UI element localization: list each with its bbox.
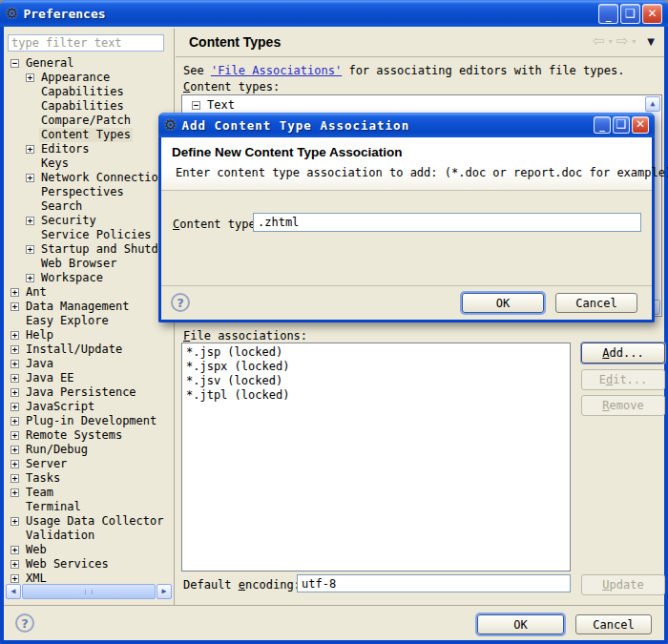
file-association-item[interactable]: *.jtpl (locked): [186, 388, 566, 403]
tree-expander-icon[interactable]: +: [10, 302, 19, 311]
sidebar-tree-item[interactable]: + Security: [4, 214, 174, 228]
dialog-cancel-button[interactable]: Cancel: [555, 293, 637, 313]
sidebar-tree-item[interactable]: + Web Services: [4, 557, 174, 571]
sidebar-tree-item[interactable]: Validation: [4, 529, 174, 543]
tree-expander-icon[interactable]: +: [10, 388, 19, 397]
file-associations-list[interactable]: *.jsp (locked)*.jspx (locked)*.jsv (lock…: [181, 343, 571, 571]
sidebar-tree-item[interactable]: + Java EE: [4, 371, 174, 385]
tree-expander-icon[interactable]: +: [10, 474, 19, 483]
preferences-titlebar[interactable]: ⚙ Preferences _ ❑ ✕: [0, 0, 668, 27]
scroll-up-icon[interactable]: ▲: [645, 96, 660, 112]
tree-expander-icon[interactable]: +: [10, 360, 19, 368]
close-button[interactable]: ✕: [642, 4, 662, 24]
sidebar-tree-item[interactable]: + Server: [4, 457, 174, 471]
sidebar-tree-item[interactable]: + Team: [4, 486, 174, 500]
sidebar-tree-item[interactable]: + Java Persistence: [4, 385, 174, 400]
default-encoding-input[interactable]: [297, 574, 571, 592]
ok-button[interactable]: OK: [477, 614, 564, 634]
tree-expander-icon[interactable]: +: [10, 460, 19, 468]
sidebar-tree-item[interactable]: + Workspace: [4, 271, 174, 285]
help-icon[interactable]: ?: [15, 613, 34, 633]
sidebar-tree-item[interactable]: + Appearance: [4, 71, 174, 85]
dialog-titlebar[interactable]: ⚙ Add Content Type Association _ ❑ ✕: [158, 113, 655, 137]
sidebar-tree-item[interactable]: Terminal: [4, 500, 174, 514]
tree-expander-icon[interactable]: +: [10, 331, 19, 340]
sidebar-horizontal-scrollbar[interactable]: ◀ ▶: [5, 584, 173, 599]
cancel-button[interactable]: Cancel: [575, 614, 652, 634]
add-button[interactable]: Add...: [581, 343, 665, 364]
sidebar-tree-item[interactable]: + Tasks: [4, 471, 174, 486]
content-type-input[interactable]: [253, 213, 641, 232]
sidebar-tree-item[interactable]: Perspectives: [4, 185, 174, 199]
sidebar-tree-item[interactable]: Compare/Patch: [4, 114, 174, 128]
dialog-minimize-button[interactable]: _: [594, 116, 611, 134]
sidebar-tree-item[interactable]: + Java: [4, 357, 174, 371]
sidebar-tree-item[interactable]: + Plug-in Development: [4, 414, 174, 428]
tree-expander-icon[interactable]: +: [26, 145, 34, 154]
tree-expander-icon[interactable]: +: [26, 245, 34, 254]
tree-expander-icon[interactable]: +: [10, 345, 19, 354]
edit-button[interactable]: Edit...: [581, 369, 665, 390]
remove-button[interactable]: Remove: [581, 395, 665, 416]
dialog-close-button[interactable]: ✕: [632, 116, 649, 134]
tree-expander-icon[interactable]: +: [26, 274, 34, 282]
tree-expander-icon[interactable]: +: [10, 431, 19, 440]
sidebar-tree-item[interactable]: + Network Connections: [4, 171, 174, 185]
sidebar-tree-item[interactable]: Web Browser: [4, 257, 174, 271]
scroll-right-icon[interactable]: ▶: [157, 584, 172, 599]
tree-expander-icon[interactable]: +: [10, 488, 19, 497]
sidebar-tree-item[interactable]: Capabilities: [4, 85, 174, 99]
tree-expander-icon[interactable]: +: [10, 560, 19, 569]
file-association-item[interactable]: *.jspx (locked): [186, 360, 566, 374]
forward-icon[interactable]: ⇨: [616, 34, 629, 49]
tree-expander-icon[interactable]: +: [26, 73, 34, 82]
tree-expander-icon[interactable]: −: [192, 101, 200, 110]
sidebar-tree-item[interactable]: + JavaScript: [4, 400, 174, 414]
back-dropdown-icon[interactable]: ▾: [609, 37, 613, 46]
tree-expander-icon[interactable]: +: [10, 574, 19, 583]
sidebar-tree-item[interactable]: − General: [4, 56, 174, 71]
scrollbar-thumb[interactable]: [22, 584, 156, 599]
minimize-button[interactable]: _: [598, 4, 618, 24]
view-menu-icon[interactable]: ▼: [647, 36, 655, 47]
sidebar-tree-item[interactable]: Capabilities: [4, 99, 174, 114]
sidebar-tree-item[interactable]: + Startup and Shutdown: [4, 242, 174, 257]
sidebar-tree-item[interactable]: Service Policies: [4, 228, 174, 242]
file-associations-link[interactable]: 'File Associations': [211, 64, 342, 77]
back-icon[interactable]: ⇦: [593, 34, 605, 49]
sidebar-tree-item[interactable]: + Install/Update: [4, 343, 174, 357]
sidebar-tree-item[interactable]: + Ant: [4, 285, 174, 300]
sidebar-tree-item[interactable]: + Run/Debug: [4, 443, 174, 457]
content-type-item-text[interactable]: − Text: [182, 98, 661, 113]
tree-expander-icon[interactable]: +: [10, 374, 19, 383]
sidebar-tree-item[interactable]: Easy Explore: [4, 314, 174, 328]
sidebar-tree-item[interactable]: + Data Management: [4, 300, 174, 314]
sidebar-tree-item[interactable]: + Editors: [4, 142, 174, 156]
tree-expander-icon[interactable]: +: [10, 517, 19, 526]
sidebar-tree-item[interactable]: + Remote Systems: [4, 428, 174, 443]
sidebar-tree-item[interactable]: Content Types: [4, 128, 174, 142]
sidebar-tree-item[interactable]: Search: [4, 199, 174, 214]
tree-expander-icon[interactable]: −: [10, 59, 19, 68]
sidebar-tree-item[interactable]: + Usage Data Collector: [4, 514, 174, 529]
forward-dropdown-icon[interactable]: ▾: [632, 37, 636, 46]
tree-expander-icon[interactable]: +: [26, 174, 34, 182]
update-button[interactable]: Update: [581, 574, 665, 595]
sidebar-tree-item[interactable]: Keys: [4, 156, 174, 171]
tree-expander-icon[interactable]: +: [10, 288, 19, 297]
tree-expander-icon[interactable]: +: [26, 217, 34, 225]
filter-input[interactable]: [8, 34, 164, 52]
scroll-left-icon[interactable]: ◀: [6, 584, 21, 599]
tree-expander-icon[interactable]: +: [10, 417, 19, 426]
maximize-button[interactable]: ❑: [620, 4, 640, 24]
file-association-item[interactable]: *.jsp (locked): [186, 345, 566, 360]
tree-expander-icon[interactable]: +: [10, 546, 19, 554]
file-association-item[interactable]: *.jsv (locked): [186, 374, 566, 388]
dialog-help-icon[interactable]: ?: [171, 293, 190, 312]
sidebar-tree-item[interactable]: + Web: [4, 543, 174, 557]
sidebar-tree-item[interactable]: + Help: [4, 328, 174, 343]
dialog-maximize-button[interactable]: ❑: [613, 116, 630, 134]
tree-expander-icon[interactable]: +: [10, 446, 19, 454]
tree-expander-icon[interactable]: +: [10, 403, 19, 411]
dialog-ok-button[interactable]: OK: [462, 293, 544, 313]
